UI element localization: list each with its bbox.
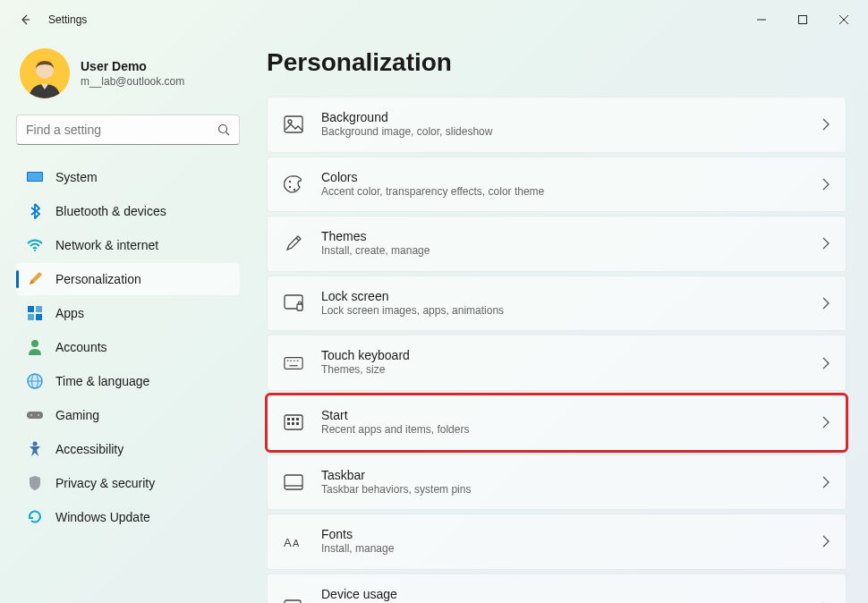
svg-point-21 [38,414,39,416]
svg-rect-19 [27,412,43,419]
minimize-icon [757,15,766,24]
avatar [20,48,70,98]
search-box[interactable] [16,115,240,145]
nav-network[interactable]: Network & internet [16,229,240,261]
device-usage-icon [284,599,303,603]
nav-label: Gaming [55,408,99,422]
globe-clock-icon [27,373,43,389]
profile-name: User Demo [81,59,184,73]
back-button[interactable] [11,5,39,34]
chevron-right-icon [822,357,830,369]
svg-rect-31 [285,357,302,369]
svg-rect-44 [285,475,302,489]
svg-point-25 [289,181,291,183]
nav-accounts[interactable]: Accounts [16,331,240,363]
palette-icon [284,174,303,194]
svg-rect-41 [287,422,290,425]
chevron-right-icon [822,237,830,250]
card-touch-keyboard[interactable]: Touch keyboardThemes, size [267,335,847,391]
apps-icon [27,305,43,321]
nav-personalization[interactable]: Personalization [16,263,240,295]
card-desc: Recent apps and items, folders [321,423,804,437]
maximize-button[interactable] [782,5,823,34]
card-background[interactable]: BackgroundBackground image, color, slide… [267,97,847,153]
wifi-icon [27,237,43,253]
svg-point-6 [219,125,227,133]
search-input[interactable] [26,123,217,137]
card-title: Device usage [321,587,804,601]
update-icon [27,509,43,525]
svg-point-10 [34,250,36,251]
card-themes[interactable]: ThemesInstall, create, manage [267,216,847,272]
chevron-right-icon [822,297,830,310]
svg-line-28 [296,238,299,241]
svg-rect-30 [297,304,302,310]
nav-windows-update[interactable]: Windows Update [16,501,240,533]
window-title: Settings [48,13,87,26]
card-lock-screen[interactable]: Lock screenLock screen images, apps, ani… [267,276,847,332]
svg-line-7 [226,132,230,136]
nav-bluetooth[interactable]: Bluetooth & devices [16,195,240,227]
minimize-button[interactable] [741,5,782,34]
svg-text:A: A [284,536,292,549]
gamepad-icon [27,407,43,423]
close-icon [839,15,848,24]
svg-rect-42 [292,422,294,425]
svg-rect-40 [296,418,299,420]
svg-rect-11 [28,306,34,312]
nav-accessibility[interactable]: Accessibility [16,433,240,465]
titlebar: Settings [0,0,868,39]
card-desc: Themes, size [321,363,804,378]
keyboard-icon [284,353,303,373]
close-button[interactable] [823,5,864,34]
nav-gaming[interactable]: Gaming [16,399,240,431]
profile-email: m__lab@outlook.com [81,75,184,88]
card-taskbar[interactable]: TaskbarTaskbar behaviors, system pins [267,454,847,511]
image-icon [284,115,303,134]
page-title: Personalization [267,48,847,77]
svg-rect-14 [36,314,42,320]
arrow-left-icon [18,13,32,27]
card-desc: Taskbar behaviors, system pins [321,483,804,497]
chevron-right-icon [822,178,830,191]
taskbar-icon [284,472,303,492]
svg-point-27 [294,189,295,191]
maximize-icon [798,15,807,24]
card-desc: Lock screen images, apps, animations [321,304,804,318]
search-icon [217,123,230,136]
card-title: Start [321,408,804,422]
svg-point-24 [288,120,292,123]
nav-label: Bluetooth & devices [55,204,166,218]
fonts-icon: AA [284,531,303,551]
svg-point-15 [31,340,38,347]
nav-label: Personalization [55,272,141,286]
card-title: Background [321,110,804,124]
card-start[interactable]: StartRecent apps and items, folders [267,395,847,451]
card-device-usage[interactable]: Device usageSelect all the ways you plan… [267,573,847,603]
card-title: Themes [321,229,804,243]
shield-icon [27,475,43,491]
paintbrush-icon [27,271,43,287]
nav-label: Time & language [55,374,149,388]
card-title: Lock screen [321,289,804,303]
chevron-right-icon [822,416,830,429]
nav-system[interactable]: System [16,161,240,193]
svg-rect-38 [287,418,290,420]
card-colors[interactable]: ColorsAccent color, transparency effects… [267,157,847,213]
svg-point-22 [33,442,38,446]
svg-rect-39 [292,418,294,420]
card-desc: Install, manage [321,542,804,556]
nav-apps[interactable]: Apps [16,297,240,329]
svg-rect-23 [285,116,302,132]
person-icon [27,339,43,355]
chevron-right-icon [822,535,830,548]
nav-label: Network & internet [55,238,158,252]
profile[interactable]: User Demo m__lab@outlook.com [16,39,240,115]
nav-time-language[interactable]: Time & language [16,365,240,397]
nav-privacy[interactable]: Privacy & security [16,467,240,499]
nav-label: Accounts [55,340,107,354]
svg-rect-13 [28,314,34,320]
card-fonts[interactable]: AA FontsInstall, manage [267,514,847,570]
nav-label: System [55,170,98,184]
lock-screen-icon [284,293,303,313]
